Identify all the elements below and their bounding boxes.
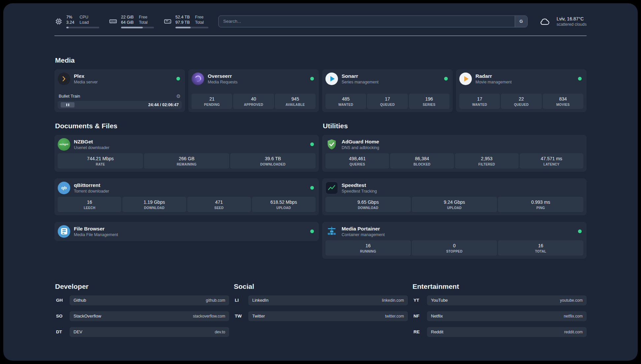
stat-tile: 9.65 Gbps DOWNLOAD bbox=[325, 197, 411, 212]
disk-total-label: Total bbox=[195, 20, 204, 25]
overseerr-icon bbox=[192, 73, 204, 85]
bookmark-group-social: Social LI LinkedIn linkedin.com TW bbox=[233, 283, 408, 321]
stat-value: 17 bbox=[461, 96, 499, 102]
stat-tile: 2,953 FILTERED bbox=[455, 153, 519, 168]
service-card-qbittorrent[interactable]: qb qBittorrent Torrent downloader 16 bbox=[54, 178, 319, 215]
service-card-filebrowser[interactable]: File Browser Media File Management bbox=[54, 222, 319, 241]
dashboard-root: 7% 3.24 CPU Load bbox=[3, 3, 638, 361]
stat-value: 618.52 Mbps bbox=[253, 199, 314, 205]
service-name: AdGuard Home bbox=[342, 139, 379, 145]
service-description: Usenet downloader bbox=[74, 145, 109, 150]
service-card-portainer[interactable]: Media Portainer Container management 16 … bbox=[322, 222, 587, 259]
stat-label: MOVIES bbox=[544, 103, 582, 106]
stat-value: 16 bbox=[327, 243, 410, 248]
search-provider-button[interactable]: G bbox=[515, 16, 527, 27]
bookmark-group-entertainment: Entertainment YT YouTube youtube.com NF bbox=[412, 283, 587, 337]
service-name: File Browser bbox=[74, 226, 118, 232]
service-description: Speedtest Tracking bbox=[342, 189, 377, 194]
cpu-load-label: Load bbox=[79, 20, 89, 25]
service-card-sonarr[interactable]: Sonarr Series management 485 WANTED bbox=[322, 69, 453, 112]
bookmark-domain: linkedin.com bbox=[382, 298, 404, 303]
stat-tile: 9.24 Gbps UPLOAD bbox=[412, 197, 497, 212]
service-name: NZBGet bbox=[74, 139, 109, 145]
stat-label: FILTERED bbox=[456, 163, 517, 166]
service-card-plex[interactable]: Plex Media server Bullet Train ⚙ 24:44 /… bbox=[54, 69, 185, 112]
stat-value: 1.19 Gbps bbox=[124, 199, 185, 205]
cpu-usage-percent: 7% bbox=[66, 15, 74, 20]
bookmark-name: LinkedIn bbox=[252, 298, 268, 303]
bookmark-abbr: NF bbox=[412, 314, 427, 318]
bookmark-link[interactable]: TW Twitter twitter.com bbox=[233, 311, 408, 321]
service-description: DNS and adblocking bbox=[342, 145, 379, 150]
service-card-speedtest[interactable]: Speedtest Speedtest Tracking 9.65 Gbps D… bbox=[322, 178, 587, 215]
nzbget-icon: nzbget bbox=[58, 138, 70, 151]
documents-section: Documents & Files nzbget NZBGet Usenet d… bbox=[54, 122, 319, 259]
stat-tile: 86,384 BLOCKED bbox=[390, 153, 454, 168]
cpu-monitor: 7% 3.24 CPU Load bbox=[54, 15, 99, 28]
stat-value: 498,461 bbox=[327, 156, 388, 161]
search-bar: G bbox=[218, 15, 528, 27]
disk-total-value: 97.9 TB bbox=[175, 20, 190, 25]
bookmark-link[interactable]: YT YouTube youtube.com bbox=[412, 295, 587, 305]
status-online-dot bbox=[310, 142, 314, 146]
stat-tile: 945 AVAILABLE bbox=[275, 94, 316, 109]
disk-free-label: Free bbox=[195, 15, 204, 20]
memory-icon bbox=[108, 17, 118, 26]
radarr-icon bbox=[459, 73, 472, 85]
service-card-radarr[interactable]: Radarr Movie management 17 WANTED bbox=[456, 69, 587, 112]
bookmarks-section: Developer GH Github github.com SO bbox=[54, 283, 587, 347]
bookmark-name: DEV bbox=[74, 329, 82, 334]
stat-label: REMAINING bbox=[145, 163, 228, 166]
search-input[interactable] bbox=[218, 15, 528, 27]
memory-free-value: 22 GiB bbox=[121, 15, 134, 20]
stat-tile: 744.21 Mbps RATE bbox=[58, 153, 143, 168]
stat-label: LEECH bbox=[59, 206, 120, 210]
stat-tile: 47.571 ms LATENCY bbox=[520, 153, 583, 168]
memory-total-value: 64 GiB bbox=[121, 20, 134, 25]
playback-progress-bar[interactable]: 24:44 / 02:06:47 bbox=[58, 101, 182, 109]
gear-icon[interactable]: ⚙ bbox=[176, 94, 181, 99]
cpu-usage-bar-fill bbox=[66, 27, 69, 28]
status-online-dot bbox=[310, 186, 314, 190]
stat-label: STOPPED bbox=[413, 250, 496, 253]
stat-tile: 21 PENDING bbox=[192, 94, 232, 109]
bookmark-abbr: LI bbox=[233, 298, 248, 303]
stat-tile: 0 STOPPED bbox=[412, 240, 497, 256]
bookmark-link[interactable]: SO StackOverflow stackoverflow.com bbox=[54, 311, 229, 321]
stat-value: 0 bbox=[413, 243, 496, 248]
bookmark-group-title: Entertainment bbox=[412, 283, 587, 290]
stat-value: 196 bbox=[410, 96, 448, 102]
bookmark-link[interactable]: RE Reddit reddit.com bbox=[412, 327, 587, 337]
service-name: Sonarr bbox=[342, 73, 379, 79]
sonarr-icon bbox=[325, 73, 338, 85]
hard-disk-icon bbox=[163, 17, 172, 26]
service-name: Overseerr bbox=[208, 73, 237, 79]
filebrowser-icon bbox=[58, 225, 70, 238]
service-description: Container management bbox=[342, 232, 385, 237]
bookmark-domain: github.com bbox=[206, 298, 225, 303]
bookmark-group-title: Developer bbox=[55, 283, 229, 290]
stat-label: DOWNLOAD bbox=[124, 206, 185, 210]
stat-value: 16 bbox=[59, 199, 120, 205]
service-card-nzbget[interactable]: nzbget NZBGet Usenet downloader 744.21 M… bbox=[54, 135, 319, 172]
bookmark-link[interactable]: NF Netflix netflix.com bbox=[412, 311, 587, 321]
stat-value: 86,384 bbox=[391, 156, 452, 161]
stat-label: BLOCKED bbox=[391, 163, 452, 166]
stat-tile: 39.6 TB DOWNLOADED bbox=[230, 153, 316, 168]
stat-label: UPLOAD bbox=[253, 206, 314, 210]
service-name: Plex bbox=[74, 73, 98, 79]
stat-value: 22 bbox=[502, 96, 540, 102]
stat-tile: 17 QUEUED bbox=[367, 94, 408, 109]
stat-tile: 22 QUEUED bbox=[501, 94, 541, 109]
pause-button[interactable] bbox=[61, 102, 75, 107]
service-card-adguard[interactable]: AdGuard Home DNS and adblocking 498,461 … bbox=[322, 135, 587, 172]
topbar: 7% 3.24 CPU Load bbox=[54, 3, 587, 28]
bookmark-domain: reddit.com bbox=[564, 330, 583, 334]
bookmark-link[interactable]: GH Github github.com bbox=[54, 295, 229, 305]
service-description: Series management bbox=[342, 80, 379, 84]
service-card-overseerr[interactable]: Overseerr Media Requests 21 PENDING bbox=[188, 69, 319, 112]
service-description: Media File Management bbox=[74, 232, 118, 237]
bookmark-link[interactable]: DT DEV dev.to bbox=[54, 327, 229, 337]
bookmark-link[interactable]: LI LinkedIn linkedin.com bbox=[233, 295, 408, 305]
status-online-dot bbox=[310, 229, 314, 233]
